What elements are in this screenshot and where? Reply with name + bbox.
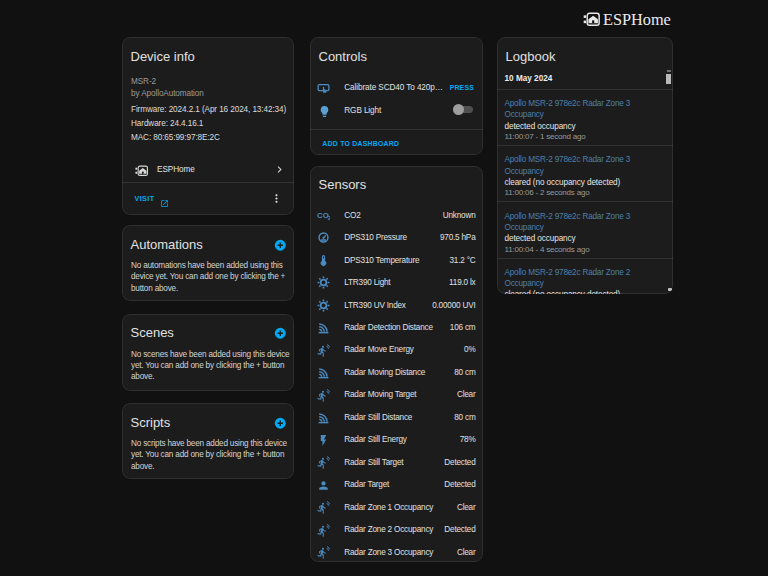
svg-text:2: 2 — [328, 215, 330, 221]
svg-text:CO: CO — [317, 210, 329, 219]
